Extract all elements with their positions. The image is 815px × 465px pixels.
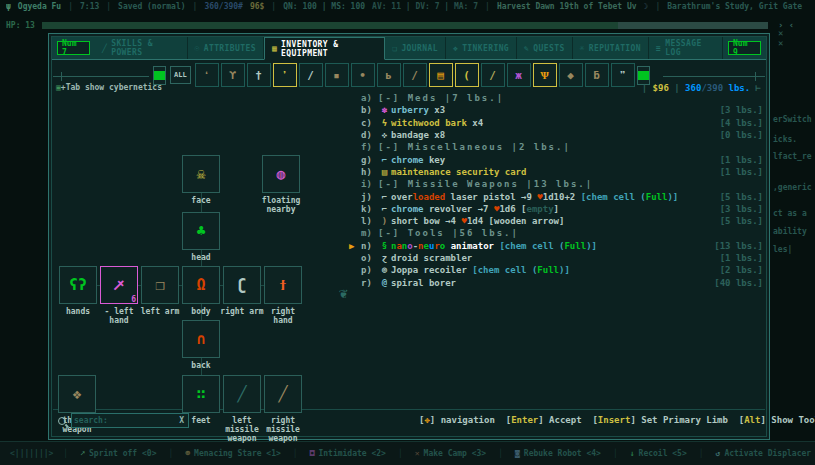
item-name: nano-neuro animator [chem cell (Full)]	[391, 241, 597, 251]
equipment-slot-left-missile-weapon[interactable]: ╱	[223, 375, 261, 413]
text-segment: Insert	[598, 415, 631, 425]
equipment-slot-back[interactable]: ∩	[182, 320, 220, 358]
filter-button-2[interactable]: ϒ	[221, 63, 245, 87]
equipment-slot-right-missile-weapon[interactable]: ╱	[264, 375, 302, 413]
inventory-item-row[interactable]: h)▤maintenance security card[1 lbs.]	[349, 166, 763, 178]
item-letter: c)	[361, 118, 378, 128]
tab-message-log[interactable]: ≡MESSAGE LOG	[649, 37, 723, 59]
inventory-item-row[interactable]: ▶n)§nano-neuro animator [chem cell (Full…	[349, 240, 763, 252]
tab-inventory-equipment[interactable]: ▦INVENTORY & EQUIPMENT	[264, 37, 385, 60]
text-segment: 360/390#	[204, 2, 243, 11]
filter-page-right[interactable]	[637, 66, 650, 85]
selection-cursor	[349, 204, 361, 214]
filter-icon: ❛	[203, 69, 210, 82]
equipment-slot-left-arm[interactable]: ❒	[141, 266, 179, 304]
filter-button-5[interactable]: ∕	[299, 63, 323, 87]
selection-cursor	[349, 228, 361, 238]
filter-all-button[interactable]: ALL	[170, 66, 191, 84]
ability-label: Activate Displacer Bracelet <6>	[724, 449, 815, 458]
equipment-slot-feet[interactable]: ∷	[182, 375, 220, 413]
tab-icon: ╱	[102, 44, 107, 53]
filter-page-left[interactable]	[153, 66, 166, 85]
filter-button-15[interactable]: ◆	[559, 63, 583, 87]
inventory-category-row[interactable]: f)[-] Miscellaneous |2 lbs.|	[349, 141, 763, 153]
cybernetics-hint: ▣+Tab show cybernetics	[56, 83, 162, 92]
item-name: chrome key	[391, 155, 445, 165]
filter-button-8[interactable]: ь	[377, 63, 401, 87]
filter-button-16[interactable]: ƃ	[585, 63, 609, 87]
search-box[interactable]: X	[71, 413, 189, 428]
tab-reputation[interactable]: ☼REPUTATION	[573, 37, 649, 59]
tab-tinkering[interactable]: ❖TINKERING	[446, 37, 517, 59]
filter-button-1[interactable]: ❛	[195, 63, 219, 87]
inventory-item-row[interactable]: j)⌐overloaded laser pistol →9 ♥1d10+2 [c…	[349, 190, 763, 202]
text-segment: short bow →4	[391, 216, 461, 226]
selection-cursor	[349, 142, 361, 152]
ability-item: ☻Menacing Stare <1>	[173, 449, 293, 458]
filter-button-13[interactable]: ж	[507, 63, 531, 87]
item-letter: b)	[361, 105, 378, 115]
inventory-item-row[interactable]: k)⌐chrome revolver →7 ♥1d6 [empty][3 lbs…	[349, 203, 763, 215]
tab-attributes[interactable]: ☉ATTRIBUTES	[188, 37, 264, 59]
filter-button-6[interactable]: ▪	[325, 63, 349, 87]
text-segment: witchwood bark	[391, 118, 467, 128]
right-arm-item-icon: ʗ	[237, 278, 246, 293]
filter-icon: ▪	[333, 69, 340, 82]
filter-button-17[interactable]: ❞	[611, 63, 635, 87]
equipment-slot-body[interactable]: Ω	[182, 266, 220, 304]
inventory-category-row[interactable]: i)[-] Missile Weapons |13 lbs.|	[349, 178, 763, 190]
filter-button-7[interactable]: •	[351, 63, 375, 87]
filter-button-11[interactable]: (	[455, 63, 479, 87]
filter-button-14[interactable]: Ѱ	[533, 63, 557, 87]
inventory-item-row[interactable]: b)✽urberry x3[3 lbs.]	[349, 104, 763, 116]
back-item-icon: ∩	[196, 332, 205, 347]
tab-quests[interactable]: ✎QUESTS	[517, 37, 573, 59]
search-input[interactable]	[72, 415, 175, 426]
tab-journal[interactable]: ❏JOURNAL	[385, 37, 446, 59]
inventory-category-row[interactable]: m)[-] Tools |56 lbs.|	[349, 227, 763, 239]
text-segment: /390	[701, 83, 723, 93]
tab-skills-powers[interactable]: ╱SKILLS & POWERS	[95, 37, 188, 59]
filter-button-12[interactable]: ∕	[481, 63, 505, 87]
equipment-slot-face[interactable]: ☠	[182, 155, 220, 193]
item-weight: [3 lbs.]	[720, 204, 763, 214]
equipment-slot-right-arm[interactable]: ʗ	[223, 266, 261, 304]
inventory-item-row[interactable]: l))short bow →4 ♥1d4 [wooden arrow][5 lb…	[349, 215, 763, 227]
inventory-item-row[interactable]: p)⊚Joppa recoiler [chem cell (Full)][2 l…	[349, 264, 763, 276]
item-weight: [2 lbs.]	[720, 265, 763, 275]
hp-bar-overlay	[618, 22, 768, 29]
item-name: bandage x8	[391, 130, 445, 140]
inventory-item-row[interactable]: o)ɀdroid scrambler[1 lbs.]	[349, 252, 763, 264]
text-segment: |	[485, 2, 490, 11]
text-segment: chrome	[391, 204, 424, 214]
key-hints: [✥] navigation [Enter] Accept [Insert] S…	[419, 415, 815, 425]
inventory-item-row[interactable]: c)ϟwitchwood bark x4[4 lbs.]	[349, 117, 763, 129]
game-screen: ψOgyeda Fu|7:13|Saved (normal)|360/390#9…	[0, 0, 815, 465]
item-weight: [5 lbs.]	[720, 216, 763, 226]
equipment-slot-thrown-weapon[interactable]: ❖	[58, 375, 96, 413]
inventory-item-row[interactable]: r)@spiral borer[40 lbs.]	[349, 276, 763, 288]
text-segment: Full	[537, 265, 559, 275]
filter-button-4[interactable]: ❜	[273, 63, 297, 87]
equipment-slot-left-hand[interactable]: †6	[100, 266, 138, 304]
item-weight: [5 lbs.]	[720, 192, 763, 202]
filter-button-10[interactable]: ▤	[429, 63, 453, 87]
ability-icon: ✕	[415, 449, 420, 458]
text-segment: 1d6	[499, 204, 521, 214]
feet-item-icon: ∷	[196, 387, 205, 402]
equipment-slot-hands[interactable]: ʕʔ	[59, 266, 97, 304]
clear-search-button[interactable]: X	[175, 416, 188, 425]
category-label: [-] Missile Weapons |13 lbs.|	[378, 179, 593, 189]
filter-button-9[interactable]: /	[403, 63, 427, 87]
equipment-slot-head[interactable]: ♣	[182, 212, 220, 250]
text-segment: AV: 11 | DV: 7 | MA: 7	[372, 2, 478, 11]
selection-cursor	[349, 265, 361, 275]
right-missile-weapon-item-icon: ╱	[278, 387, 287, 402]
inventory-item-row[interactable]: d)✜bandage x8[0 lbs.]	[349, 129, 763, 141]
filter-button-3[interactable]: †	[247, 63, 271, 87]
inventory-item-row[interactable]: g)⌐chrome key[1 lbs.]	[349, 153, 763, 165]
equipment-slot-floating-nearby[interactable]: ◍	[262, 155, 300, 193]
equipment-slot-right-hand[interactable]: ϯ	[264, 266, 302, 304]
selection-cursor: ▶	[349, 241, 361, 251]
footer-bar: X [✥] navigation [Enter] Accept [Insert]…	[49, 411, 769, 433]
